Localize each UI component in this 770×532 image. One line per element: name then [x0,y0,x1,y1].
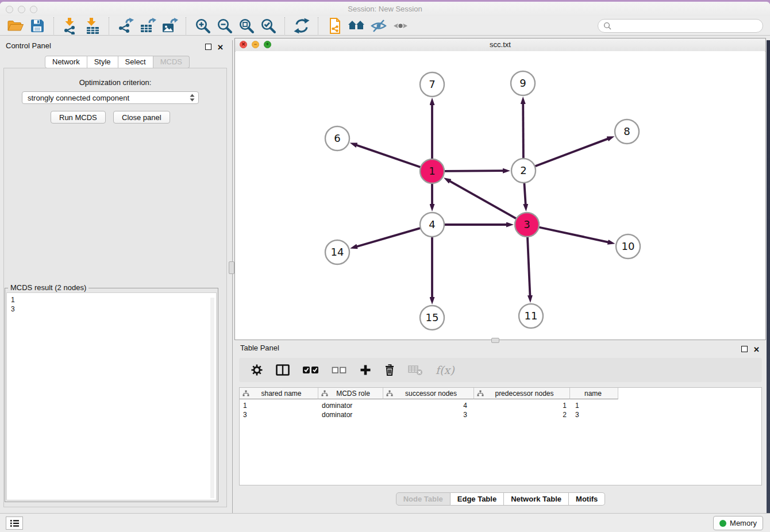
network-view-window: ✕ − + scc.txt 7968124314101511 [234,38,766,340]
graph-node-10[interactable]: 10 [616,234,640,259]
run-mcds-button[interactable]: Run MCDS [51,111,106,124]
refresh-layout-button[interactable] [292,17,311,34]
mcds-result-line: 3 [11,304,216,314]
zoom-in-button[interactable] [193,17,213,34]
import-table-icon [84,17,101,34]
graph-edge-2-3[interactable] [524,182,526,205]
graph-node-15[interactable]: 15 [420,306,444,330]
control-panel-float-button[interactable] [205,42,211,52]
graph-node-8[interactable]: 8 [615,119,639,144]
eye-slash-icon [370,18,387,33]
tab-select[interactable]: Select [118,56,153,68]
splitter-grip-vertical[interactable] [229,261,234,274]
cell-name[interactable]: 1 [570,401,618,410]
zoom-fit-button[interactable] [237,17,256,34]
memory-status-icon [719,520,726,527]
svg-text:15: 15 [426,311,439,323]
cell-predecessor-nodes[interactable]: 1 [474,401,570,410]
close-panel-button[interactable]: Close panel [113,111,170,124]
table-row[interactable]: 3 dominator 3 2 3 [240,410,761,419]
save-session-button[interactable] [28,17,47,34]
graph-edge-3-10[interactable] [538,227,609,242]
network-window-title: scc.txt [235,40,765,49]
search-input[interactable] [614,21,763,31]
delete-column-button[interactable] [384,364,395,376]
table-row[interactable]: 1 dominator 4 1 1 [240,401,761,410]
zoom-out-button[interactable] [215,17,234,34]
table-panel-float-button[interactable] [741,344,748,354]
svg-text:7: 7 [429,78,435,90]
graph-node-6[interactable]: 6 [325,126,349,151]
graph-node-4[interactable]: 4 [420,213,444,237]
column-header-mcds-role[interactable]: MCDS role [318,388,383,399]
cell-mcds-role[interactable]: dominator [318,410,383,419]
cell-successor-nodes[interactable]: 4 [383,401,474,410]
tab-mcds[interactable]: MCDS [153,56,190,68]
cell-name[interactable]: 3 [570,410,618,419]
import-table-button[interactable] [83,17,102,34]
graph-edge-3-1[interactable] [449,181,517,219]
graph-node-1[interactable]: 1 [420,159,444,183]
save-floppy-icon [30,18,45,33]
graph-edge-2-8[interactable] [534,138,608,167]
zoom-fit-icon [238,17,255,34]
cell-mcds-role[interactable]: dominator [318,401,383,410]
select-all-columns-button[interactable] [302,364,319,376]
graph-node-9[interactable]: 9 [511,71,535,95]
show-column-panel-button[interactable] [276,364,290,376]
task-history-button[interactable] [6,516,23,530]
graph-node-11[interactable]: 11 [519,304,543,328]
graph-edge-3-11[interactable] [528,236,530,296]
hide-graphics-details-button[interactable] [369,17,388,34]
cell-predecessor-nodes[interactable]: 2 [474,410,570,419]
column-header-successor-nodes[interactable]: successor nodes [383,388,474,399]
graph-node-14[interactable]: 14 [325,240,349,264]
search-box[interactable] [598,19,763,33]
optimization-criterion-label: Optimization criterion: [0,78,230,87]
export-network-button[interactable] [116,17,136,34]
svg-text:6: 6 [334,132,340,144]
zoom-selected-button[interactable] [259,17,278,34]
network-canvas[interactable]: 7968124314101511 [236,51,765,339]
column-header-shared-name[interactable]: shared name [240,388,318,399]
table-panel-close-button[interactable]: ✕ [753,346,760,353]
export-table-button[interactable] [138,17,157,34]
column-header-predecessor-nodes[interactable]: predecessor nodes [474,388,570,399]
column-header-name[interactable]: name [570,388,618,399]
tab-style[interactable]: Style [87,56,118,68]
tab-node-table[interactable]: Node Table [396,492,451,506]
result-scrollbar[interactable] [210,298,214,498]
memory-button[interactable]: Memory [713,516,763,530]
graph-edge-1-6[interactable] [356,145,422,167]
cell-successor-nodes[interactable]: 3 [383,410,474,419]
first-neighbors-button[interactable] [347,17,367,34]
tab-edge-table[interactable]: Edge Table [451,492,504,506]
home-neighbors-icon [348,19,366,33]
graph-node-2[interactable]: 2 [511,159,536,183]
create-column-button[interactable] [360,364,371,376]
criterion-dropdown[interactable]: strongly connected component [22,91,199,104]
clone-network-button[interactable] [325,17,345,34]
plus-icon [360,364,371,376]
cell-shared-name[interactable]: 1 [240,401,318,410]
export-image-button[interactable] [160,17,179,34]
network-graph[interactable]: 7968124314101511 [236,51,766,340]
control-panel-close-button[interactable]: ✕ [217,44,224,51]
graph-edge-2-9[interactable] [523,103,523,160]
svg-text:4: 4 [429,218,435,230]
graph-edge-1-2[interactable] [443,171,503,171]
table-settings-button[interactable] [251,364,263,376]
status-bar: Memory [0,513,770,532]
graph-edge-4-14[interactable] [357,228,422,246]
tab-network[interactable]: Network [45,56,87,68]
import-network-button[interactable] [61,17,80,34]
unchecked-boxes-icon [332,364,347,376]
tab-motifs[interactable]: Motifs [569,492,605,506]
unselect-all-columns-button[interactable] [332,364,347,376]
open-session-button[interactable] [6,17,25,34]
cell-shared-name[interactable]: 3 [240,410,318,419]
graph-node-7[interactable]: 7 [420,72,444,97]
graph-node-3[interactable]: 3 [515,213,539,237]
export-network-icon [117,17,134,34]
tab-network-table[interactable]: Network Table [504,492,569,506]
